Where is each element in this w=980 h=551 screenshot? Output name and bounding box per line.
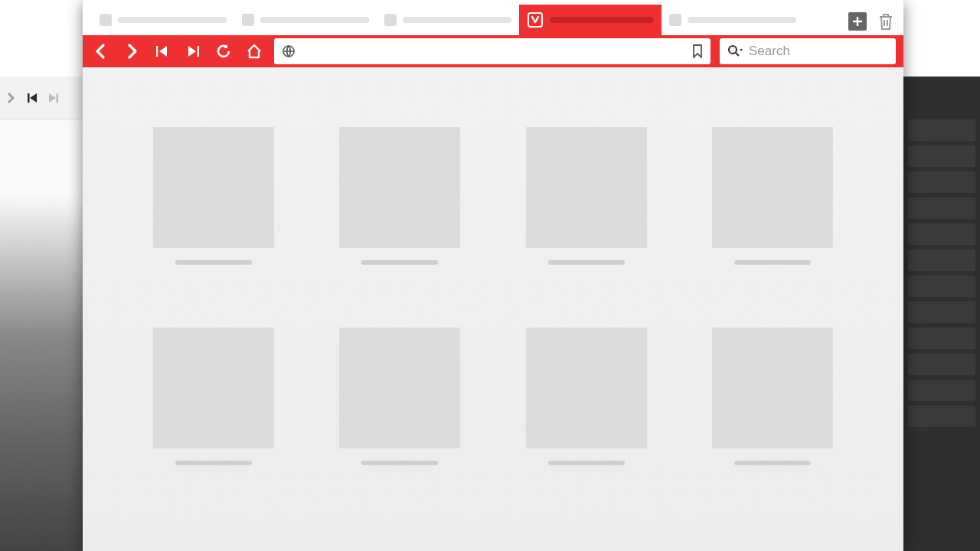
speed-dial-label (361, 461, 438, 465)
home-button[interactable] (243, 41, 265, 62)
globe-icon (282, 44, 296, 58)
speed-dial-thumbnail (712, 328, 833, 448)
speed-dial-thumbnail (153, 127, 274, 248)
speed-dial-label (361, 260, 438, 265)
list-item (908, 145, 975, 167)
tab-label (403, 17, 511, 23)
media-controls (0, 77, 83, 119)
tab-favicon (100, 14, 112, 26)
background-window-right (903, 77, 980, 551)
speed-dial-label (175, 260, 252, 265)
svg-rect-0 (28, 93, 30, 103)
tab[interactable] (662, 5, 804, 35)
back-button[interactable] (90, 41, 112, 62)
url-input[interactable] (303, 44, 684, 58)
tab-favicon (669, 14, 681, 26)
closed-tabs-trash-button[interactable] (877, 12, 894, 31)
list-item (908, 328, 975, 349)
svg-rect-3 (156, 46, 158, 57)
list-item (908, 354, 975, 375)
fast-forward-button[interactable] (182, 41, 204, 62)
tab-label (550, 17, 654, 23)
speed-dial-thumbnail (153, 328, 274, 448)
tab-label (260, 17, 369, 23)
search-icon (727, 44, 743, 58)
list-item (908, 276, 975, 297)
vivaldi-logo-icon (527, 11, 544, 28)
tab-actions (848, 12, 894, 35)
list-item (908, 223, 975, 245)
speed-dial-item[interactable] (339, 127, 460, 265)
search-input[interactable] (749, 44, 911, 59)
list-item (908, 406, 975, 427)
tab-label (118, 17, 227, 23)
browser-window (83, 0, 903, 551)
list-item (908, 380, 975, 401)
svg-rect-2 (528, 13, 542, 27)
speed-dial-thumbnail (339, 328, 460, 448)
svg-point-6 (729, 46, 737, 54)
list-item (908, 249, 975, 271)
tab-strip (83, 0, 903, 35)
speed-dial-label (734, 461, 811, 465)
tab[interactable] (377, 5, 519, 35)
forward-button[interactable] (121, 41, 142, 62)
speed-dial-thumbnail (712, 127, 833, 248)
navigation-toolbar (83, 35, 903, 67)
tab-active[interactable] (519, 5, 662, 35)
speed-dial-thumbnail (526, 127, 647, 248)
bookmark-icon[interactable] (692, 44, 703, 58)
speed-dial-label (734, 260, 811, 265)
background-window-left (0, 77, 83, 551)
skip-next-icon[interactable] (47, 92, 60, 104)
speed-dial-thumbnail (526, 328, 647, 448)
new-tab-button[interactable] (848, 12, 867, 31)
reload-button[interactable] (213, 41, 234, 62)
tab[interactable] (234, 5, 377, 35)
forward-icon[interactable] (5, 92, 17, 104)
search-field[interactable] (720, 38, 896, 64)
speed-dial-thumbnail (339, 127, 460, 248)
tab-favicon (384, 14, 397, 26)
list-item (908, 119, 975, 141)
tab[interactable] (92, 5, 234, 35)
tab-label (688, 17, 796, 23)
speed-dial-item[interactable] (339, 328, 460, 465)
speed-dial-item[interactable] (712, 127, 833, 265)
list-item (908, 302, 975, 323)
speed-dial-item[interactable] (153, 328, 274, 465)
svg-rect-4 (198, 46, 199, 57)
speed-dial (83, 67, 903, 551)
speed-dial-item[interactable] (526, 328, 647, 465)
tab-favicon (242, 14, 254, 26)
list-item (908, 197, 975, 219)
speed-dial-item[interactable] (526, 127, 647, 265)
speed-dial-item[interactable] (712, 328, 833, 465)
speed-dial-label (548, 461, 625, 465)
speed-dial-label (175, 461, 252, 465)
address-bar[interactable] (274, 38, 710, 64)
speed-dial-label (548, 260, 625, 265)
svg-rect-1 (57, 93, 59, 103)
rewind-button[interactable] (152, 41, 173, 62)
speed-dial-item[interactable] (153, 127, 274, 265)
list-item (908, 171, 975, 193)
skip-previous-icon[interactable] (26, 92, 38, 104)
